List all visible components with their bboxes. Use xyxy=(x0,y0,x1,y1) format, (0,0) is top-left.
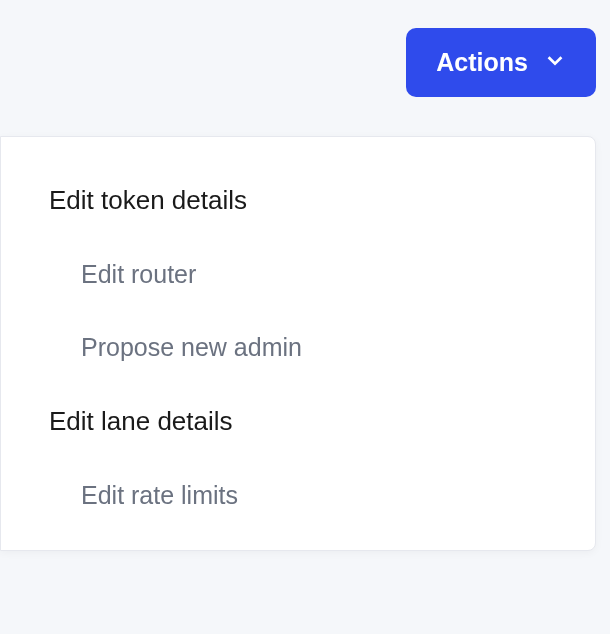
actions-button[interactable]: Actions xyxy=(406,28,596,97)
menu-item-edit-router[interactable]: Edit router xyxy=(1,260,595,289)
menu-item-propose-admin[interactable]: Propose new admin xyxy=(1,333,595,362)
actions-dropdown: Edit token details Edit router Propose n… xyxy=(0,136,596,551)
chevron-down-icon xyxy=(544,48,566,77)
menu-item-edit-rate-limits[interactable]: Edit rate limits xyxy=(1,481,595,510)
section-header-token: Edit token details xyxy=(1,185,595,216)
section-header-lane: Edit lane details xyxy=(1,406,595,437)
actions-button-label: Actions xyxy=(436,48,528,77)
